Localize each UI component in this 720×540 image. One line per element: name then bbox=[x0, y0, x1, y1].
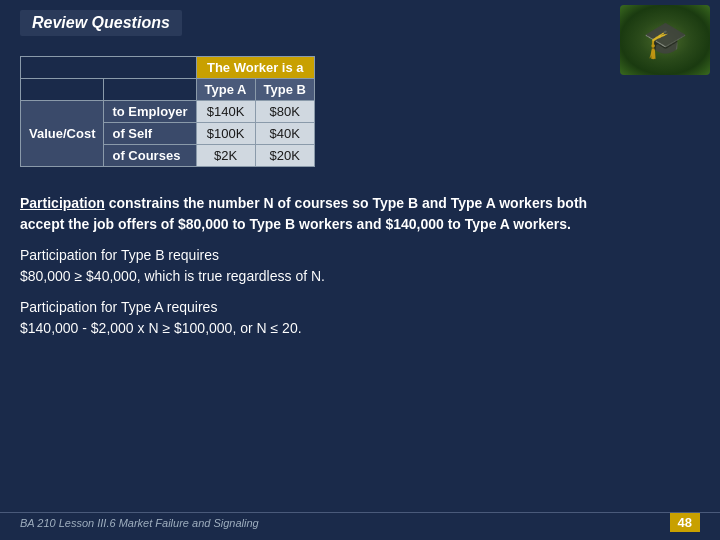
cell-self-a: $100K bbox=[196, 123, 255, 145]
col-type-b: Type B bbox=[255, 79, 314, 101]
participation-label: Participation bbox=[20, 195, 105, 211]
row-of-self: of Self bbox=[104, 123, 196, 145]
paragraph1: Participation constrains the number N of… bbox=[20, 193, 595, 235]
paragraph1-text: constrains the number N of courses so Ty… bbox=[20, 195, 587, 232]
section3: Participation for Type A requires $140,0… bbox=[20, 297, 595, 339]
course-label: BA 210 Lesson III.6 Market Failure and S… bbox=[20, 517, 259, 529]
table-container: The Worker is a Type A Type B Value/Cost… bbox=[20, 56, 315, 167]
cell-courses-b: $20K bbox=[255, 145, 314, 167]
row-to-employer: to Employer bbox=[104, 101, 196, 123]
slide-title: Review Questions bbox=[32, 14, 170, 31]
value-cost-table: The Worker is a Type A Type B Value/Cost… bbox=[20, 56, 315, 167]
content-area: The Worker is a Type A Type B Value/Cost… bbox=[20, 46, 700, 339]
section3-line2: $140,000 - $2,000 x N ≥ $100,000, or N ≤… bbox=[20, 318, 595, 339]
section2: Participation for Type B requires $80,00… bbox=[20, 245, 595, 287]
col-type-a: Type A bbox=[196, 79, 255, 101]
worker-header: The Worker is a bbox=[196, 57, 314, 79]
row-of-courses: of Courses bbox=[104, 145, 196, 167]
cell-courses-a: $2K bbox=[196, 145, 255, 167]
header: Review Questions bbox=[20, 10, 700, 36]
cell-employer-a: $140K bbox=[196, 101, 255, 123]
title-bar: Review Questions bbox=[20, 10, 182, 36]
slide: Review Questions 🎓 The Worker is a Type … bbox=[0, 0, 720, 540]
table-header-sub: Type A Type B bbox=[21, 79, 315, 101]
cell-employer-b: $80K bbox=[255, 101, 314, 123]
cell-self-b: $40K bbox=[255, 123, 314, 145]
table-row: Value/Cost to Employer $140K $80K bbox=[21, 101, 315, 123]
graduation-icon: 🎓 bbox=[643, 19, 688, 61]
section2-line1: Participation for Type B requires bbox=[20, 245, 595, 266]
section2-line2: $80,000 ≥ $40,000, which is true regardl… bbox=[20, 266, 595, 287]
table-header-top: The Worker is a bbox=[21, 57, 315, 79]
graduation-image: 🎓 bbox=[620, 5, 710, 75]
footer: BA 210 Lesson III.6 Market Failure and S… bbox=[0, 512, 720, 532]
section3-line1: Participation for Type A requires bbox=[20, 297, 595, 318]
page-number: 48 bbox=[670, 513, 700, 532]
row-value-cost-label: Value/Cost bbox=[21, 101, 104, 167]
